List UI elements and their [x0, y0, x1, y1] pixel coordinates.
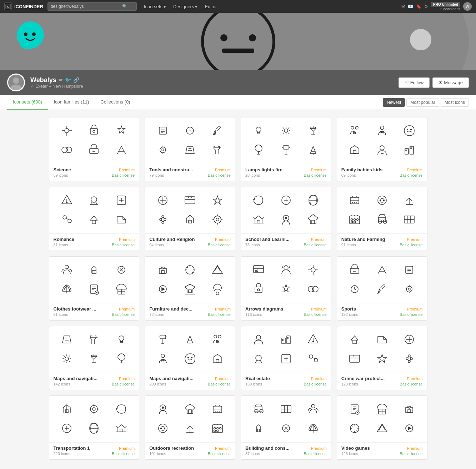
card-badge: Premium — [215, 237, 231, 242]
icon-preview-item — [156, 213, 169, 227]
card-title: Transportation 1 — [54, 445, 90, 451]
bookmark-icon[interactable]: 🔖 — [416, 4, 421, 9]
search-input[interactable] — [51, 4, 122, 9]
nav-editor[interactable]: Editor — [202, 2, 220, 11]
icon-card[interactable]: Science Premium 69 icons Basic license — [49, 117, 140, 181]
logo[interactable]: IC ICONFINDER — [4, 2, 43, 10]
icon-preview-item — [348, 403, 361, 417]
card-preview-grid — [241, 396, 331, 442]
svg-rect-88 — [312, 220, 315, 224]
icon-card[interactable]: Maps and navigati... Premium 209 icons B… — [145, 326, 235, 390]
settings-icon[interactable]: ⚙ — [424, 4, 428, 9]
sort-popular[interactable]: Most popular — [406, 98, 439, 107]
icon-grid: Science Premium 69 icons Basic license T… — [42, 110, 435, 467]
tab-collections[interactable]: Collections (0) — [95, 95, 136, 110]
icon-card[interactable]: Sports Premium 192 icons Basic license — [337, 256, 427, 321]
svg-point-220 — [164, 428, 165, 429]
message-label: Message — [444, 80, 463, 85]
icon-preview-item — [307, 352, 320, 366]
twitter-icon[interactable]: 🐦 — [65, 77, 71, 83]
notification-icon[interactable]: ✉ — [401, 4, 405, 9]
card-license: Basic license — [304, 173, 327, 177]
card-badge: Premium — [407, 168, 422, 172]
icon-preview-item — [156, 422, 169, 436]
mail-icon[interactable]: 📧 — [408, 4, 413, 9]
icon-card[interactable]: Romance Premium 81 icons Basic license — [49, 187, 140, 251]
icon-card[interactable]: Culture and Religion Premium 94 icons Ba… — [145, 187, 235, 251]
card-license: Basic license — [208, 452, 231, 456]
card-title: Maps and navigati... — [149, 376, 194, 381]
pro-badge: PRO Unlimited — [431, 2, 460, 7]
card-title-row: Family babies kids Premium — [341, 167, 423, 172]
svg-point-96 — [383, 200, 384, 201]
nav-designers[interactable]: Designers ▾ — [170, 2, 201, 11]
card-title-row: Lamps lights fire Premium — [245, 167, 327, 172]
nav-icon-sets[interactable]: Icon sets ▾ — [141, 2, 169, 11]
tab-icon-families[interactable]: Icon families (11) — [48, 95, 95, 110]
icon-preview-item — [307, 422, 320, 436]
icon-preview-item — [252, 333, 265, 347]
icon-card[interactable]: School and Learni... Premium 78 icons Ba… — [241, 187, 331, 251]
icon-card[interactable]: Clothes footwear ... Premium 91 icons Ba… — [49, 256, 140, 321]
svg-point-176 — [313, 341, 314, 342]
icon-card[interactable]: Lamps lights fire Premium 28 icons Basic… — [241, 117, 331, 181]
svg-point-9 — [410, 29, 431, 50]
profile-bar: Webalys ✏ 🐦 🔗 ✔ Exeter – New Hampshire ♡… — [0, 70, 476, 95]
icon-card[interactable]: Tools and constru... Premium 79 icons Ba… — [145, 117, 235, 181]
card-info: Culture and Religion Premium 94 icons Ba… — [145, 233, 235, 251]
icon-card[interactable]: Video games Premium 126 icons Basic lice… — [337, 395, 427, 460]
card-license: Basic license — [304, 312, 327, 317]
nav-icon-sets-label: Icon sets — [144, 4, 162, 9]
svg-rect-244 — [408, 410, 411, 413]
svg-line-71 — [161, 220, 162, 222]
card-info: Lamps lights fire Premium 28 icons Basic… — [241, 164, 331, 181]
svg-point-226 — [216, 430, 218, 432]
card-title-row: Furniture and dec... Premium — [149, 306, 231, 312]
sort-newest[interactable]: Newest — [383, 98, 405, 107]
svg-line-194 — [410, 359, 411, 361]
icon-card[interactable]: Family babies kids Premium 69 icons Basi… — [337, 117, 427, 181]
card-title: Crime war protect... — [341, 376, 385, 381]
icon-preview-item — [87, 283, 100, 297]
follow-button[interactable]: ♡ Follow — [399, 77, 430, 88]
icon-preview-item — [252, 213, 265, 227]
edit-icon[interactable]: ✏ — [59, 77, 63, 83]
card-preview-grid — [145, 187, 235, 233]
icon-preview-item — [115, 143, 128, 157]
card-count: 101 icons — [149, 452, 166, 456]
icon-preview-item — [307, 403, 320, 417]
icon-preview-item — [348, 333, 361, 347]
icon-preview-item — [403, 283, 416, 297]
search-icon[interactable]: 🔍 — [122, 4, 127, 9]
svg-rect-213 — [213, 406, 222, 413]
icon-card[interactable]: Furniture and dec... Premium 73 icons Ba… — [145, 256, 235, 321]
icon-card[interactable]: Nature and Farming Premium 91 icons Basi… — [337, 187, 427, 251]
icon-preview-item — [156, 263, 169, 277]
external-link-icon[interactable]: 🔗 — [73, 77, 79, 83]
message-button[interactable]: ✉ Message — [432, 77, 469, 88]
icon-card[interactable]: Outdoors recreation Premium 101 icons Ba… — [145, 395, 235, 460]
icon-card[interactable]: Building and cons... Premium 87 icons Ba… — [241, 395, 331, 460]
icon-preview-item — [184, 213, 196, 227]
svg-line-70 — [164, 220, 164, 222]
svg-point-225 — [214, 430, 215, 432]
svg-point-157 — [65, 357, 69, 360]
icon-card[interactable]: Real estate Premium 139 icons Basic lice… — [241, 326, 331, 390]
search-bar[interactable]: 🔍 — [47, 2, 137, 11]
card-meta: 81 icons Basic license — [54, 243, 135, 247]
card-meta: 28 icons Basic license — [245, 173, 327, 177]
icon-preview-item — [156, 194, 169, 208]
icon-card[interactable]: Transportation 1 Premium 220 icons Basic… — [49, 395, 140, 460]
icon-card[interactable]: Crime war protect... Premium 123 icons B… — [337, 326, 427, 390]
icon-card[interactable]: Arrows diagrams Premium 116 icons Basic … — [241, 256, 331, 321]
icon-card[interactable]: Maps and navigati... Premium 142 icons B… — [49, 326, 140, 390]
sort-most-icons[interactable]: Most icons — [441, 98, 469, 107]
card-badge: Premium — [407, 446, 422, 450]
card-preview-grid — [145, 326, 235, 373]
profile-name: Webalys — [30, 76, 56, 84]
card-meta: 209 icons Basic license — [149, 382, 231, 386]
svg-point-164 — [218, 335, 221, 338]
avatar[interactable]: W — [463, 2, 472, 11]
card-title-row: Building and cons... Premium — [245, 445, 327, 451]
tab-iconsets[interactable]: Iconsets (608) — [7, 95, 48, 110]
